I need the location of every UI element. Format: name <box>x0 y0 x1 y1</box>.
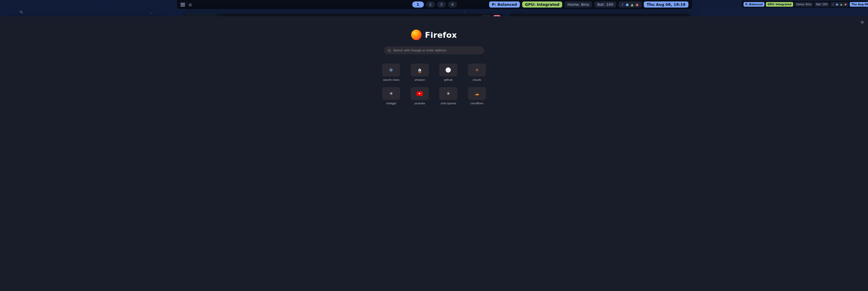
tray-icon[interactable]: ◉ <box>844 3 846 6</box>
top-bar-secondary: P: Balanced GPU: Integrated Home: 6ms Ba… <box>742 1 867 7</box>
workspace-button-2[interactable]: 2 <box>426 1 435 7</box>
layout-indicator-icon[interactable]: ▦ <box>189 3 192 7</box>
battery-module[interactable]: Bat: 100 <box>594 1 616 7</box>
system-tray: ♪●▲◉ <box>619 1 642 7</box>
power-profile-module[interactable]: P: Balanced <box>744 2 765 7</box>
workspace-button-1[interactable]: 1 <box>412 1 424 7</box>
top-bar-primary: ▦ 1234 P: Balanced GPU: Integrated Home:… <box>177 0 692 9</box>
menu-icon[interactable] <box>181 3 185 6</box>
tray-icon[interactable]: ◉ <box>636 3 639 7</box>
tray-icon[interactable]: ♪ <box>832 3 834 6</box>
clock-module[interactable]: Thu Aug 08, 18:18 <box>644 1 688 7</box>
ping-module[interactable]: Home: 6ms <box>795 2 813 7</box>
tray-icon[interactable]: ♪ <box>621 3 624 7</box>
system-tray: ♪●▲◉ <box>831 2 848 7</box>
ping-module[interactable]: Home: 8ms <box>564 1 592 7</box>
clock-module[interactable]: Thu Aug 08, 18:18 <box>850 2 868 7</box>
tray-icon[interactable]: ▲ <box>840 3 842 6</box>
workspace-button-3[interactable]: 3 <box>437 1 446 7</box>
battery-module[interactable]: Bat: 100 <box>814 2 829 7</box>
firefox-newtab-page: ⚙ Firefox Search with Google or enter ad… <box>0 16 149 149</box>
workspace-button-4[interactable]: 4 <box>448 1 457 7</box>
tray-icon[interactable]: ● <box>626 3 629 7</box>
firefox-window[interactable]: New Tab + — □ × ← → ↻ Search with Google… <box>0 0 149 149</box>
gpu-module[interactable]: GPU: Integrated <box>522 1 562 7</box>
search-icon <box>20 10 23 13</box>
workspace-list: 1234 <box>412 1 457 7</box>
tray-icon[interactable]: ● <box>836 3 838 6</box>
gpu-module[interactable]: GPU: Integrated <box>766 2 793 7</box>
tray-icon[interactable]: ▲ <box>631 3 633 7</box>
power-profile-module[interactable]: P: Balanced <box>489 1 520 7</box>
stars <box>0 0 1 1</box>
